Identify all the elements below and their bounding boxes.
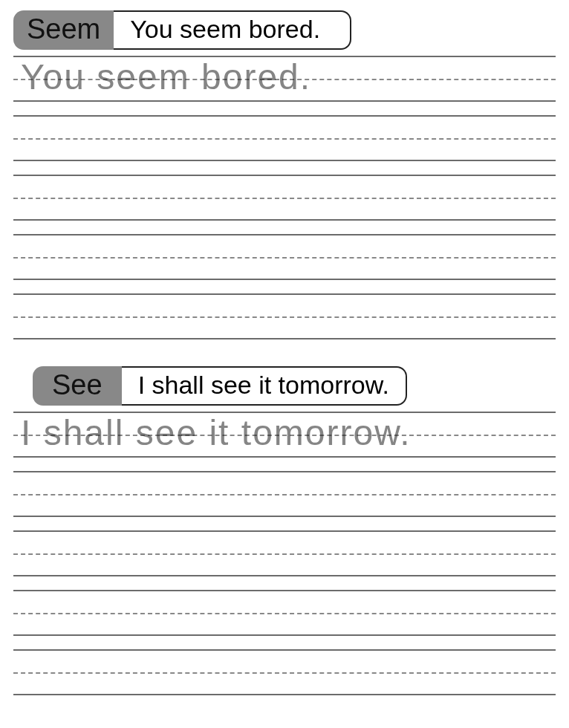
writing-line[interactable] [13,115,556,161]
guide-line-top [13,175,556,176]
guide-line-bottom [13,516,556,517]
worksheet-section-seem: Seem You seem bored. You seem bored. [13,10,556,339]
guide-line-bottom [13,694,556,695]
guide-line-bottom [13,160,556,161]
guide-line-top [13,234,556,235]
guide-line-mid [13,553,556,555]
guide-line-mid [13,494,556,495]
header-row: Seem You seem bored. [13,10,556,50]
tracing-text: You seem bored. [21,56,311,97]
tracing-text: I shall see it tomorrow. [21,412,412,453]
guide-line-top [13,293,556,295]
guide-line-mid [13,138,556,140]
worksheet-section-see: See I shall see it tomorrow. I shall see… [13,366,556,695]
guide-line-top [13,115,556,117]
guide-line-mid [13,198,556,199]
example-sentence-box: I shall see it tomorrow. [122,366,407,406]
guide-line-top [13,471,556,472]
guide-line-mid [13,316,556,318]
example-sentence-box: You seem bored. [114,10,351,50]
sight-word-badge: Seem [13,10,114,50]
writing-line[interactable] [13,649,556,695]
guide-line-mid [13,613,556,614]
guide-line-top [13,590,556,591]
writing-line[interactable] [13,175,556,221]
tracing-line[interactable]: You seem bored. [13,56,556,102]
guide-line-top [13,649,556,651]
writing-line[interactable] [13,234,556,280]
writing-line[interactable] [13,293,556,339]
blank-writing-lines [13,471,556,695]
writing-line[interactable] [13,471,556,517]
guide-line-bottom [13,100,556,102]
guide-line-bottom [13,279,556,280]
guide-line-bottom [13,219,556,221]
guide-line-bottom [13,575,556,576]
guide-line-bottom [13,456,556,458]
guide-line-top [13,530,556,532]
guide-line-mid [13,257,556,259]
header-row: See I shall see it tomorrow. [33,366,556,406]
blank-writing-lines [13,115,556,339]
tracing-line[interactable]: I shall see it tomorrow. [13,412,556,458]
writing-line[interactable] [13,590,556,636]
guide-line-mid [13,672,556,674]
guide-line-bottom [13,338,556,339]
sight-word-badge: See [33,366,122,406]
guide-line-bottom [13,634,556,636]
writing-line[interactable] [13,530,556,576]
